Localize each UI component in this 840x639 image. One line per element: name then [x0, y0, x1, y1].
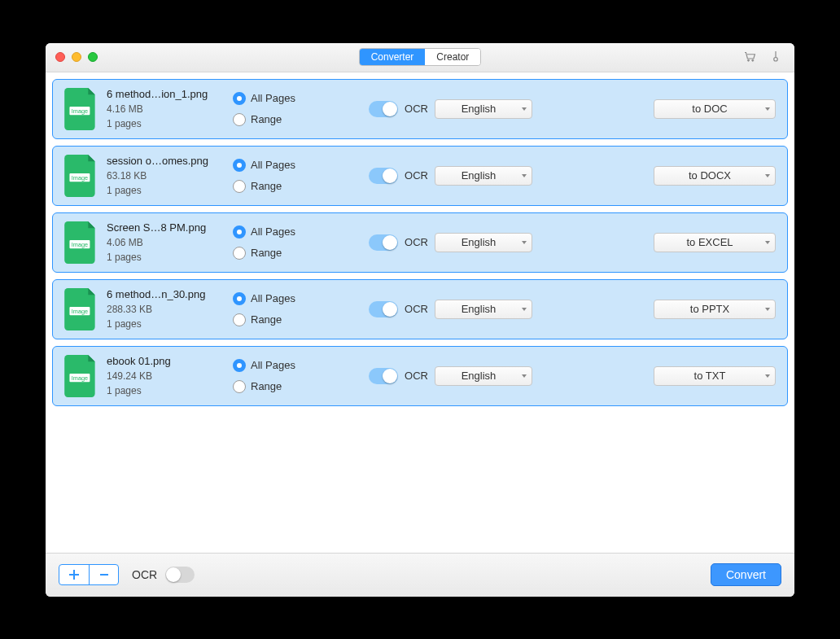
radio-label: Range	[251, 380, 282, 392]
format-dropdown[interactable]: to TXT	[654, 366, 776, 386]
thermometer-icon[interactable]	[768, 49, 783, 66]
format-dropdown[interactable]: to DOCX	[654, 166, 776, 186]
file-name: session o…omes.png	[107, 155, 233, 167]
file-size: 288.33 KB	[107, 304, 233, 315]
language-dropdown[interactable]: English	[435, 233, 532, 252]
language-column: English	[435, 166, 532, 186]
dropdown-value: to DOCX	[689, 169, 731, 182]
output-format-column: to EXCEL	[654, 233, 776, 252]
radio-label: Range	[251, 113, 282, 125]
dropdown-value: English	[462, 303, 497, 315]
radio-all-pages[interactable]: All Pages	[233, 359, 339, 372]
chevron-down-icon	[522, 308, 527, 311]
toggle-knob	[383, 169, 397, 183]
output-format-column: to TXT	[654, 366, 776, 386]
radio-all-pages[interactable]: All Pages	[233, 225, 339, 239]
toggle-knob	[383, 369, 397, 383]
ocr-label: OCR	[405, 370, 428, 382]
convert-button[interactable]: Convert	[711, 563, 781, 586]
radio-on-icon	[233, 225, 246, 239]
output-format-column: to DOC	[654, 99, 776, 119]
remove-file-button[interactable]	[89, 565, 118, 584]
file-row[interactable]: Image session o…omes.png 63.18 KB 1 page…	[52, 146, 788, 206]
page-selection: All Pages Range	[233, 159, 339, 193]
radio-range[interactable]: Range	[233, 113, 339, 126]
svg-text:Image: Image	[72, 308, 88, 315]
chevron-down-icon	[522, 241, 527, 244]
radio-on-icon	[233, 359, 246, 372]
tab-converter[interactable]: Converter	[360, 49, 426, 65]
language-column: English	[435, 366, 532, 386]
file-pages: 1 pages	[107, 252, 233, 263]
radio-label: Range	[251, 313, 282, 326]
radio-all-pages[interactable]: All Pages	[233, 292, 339, 305]
output-format-column: to DOCX	[654, 166, 776, 186]
format-dropdown[interactable]: to EXCEL	[654, 233, 776, 252]
language-dropdown[interactable]: English	[435, 99, 532, 119]
radio-off-icon	[233, 313, 246, 326]
image-file-icon: Image	[64, 221, 98, 264]
radio-range[interactable]: Range	[233, 380, 339, 393]
language-dropdown[interactable]: English	[435, 166, 532, 186]
file-info: 6 method…n_30.png 288.33 KB 1 pages	[107, 288, 233, 330]
language-dropdown[interactable]: English	[435, 366, 532, 386]
ocr-toggle[interactable]	[369, 168, 398, 184]
language-dropdown[interactable]: English	[435, 300, 532, 319]
ocr-label: OCR	[405, 103, 428, 115]
file-row[interactable]: Image Screen S…8 PM.png 4.06 MB 1 pages …	[52, 212, 788, 273]
dropdown-value: to TXT	[694, 370, 726, 382]
file-info: 6 method…ion_1.png 4.16 MB 1 pages	[107, 88, 233, 129]
file-row[interactable]: Image 6 method…ion_1.png 4.16 MB 1 pages…	[52, 79, 788, 139]
file-pages: 1 pages	[107, 185, 233, 196]
radio-all-pages[interactable]: All Pages	[233, 92, 339, 105]
file-name: Screen S…8 PM.png	[107, 221, 233, 234]
file-pages: 1 pages	[107, 318, 233, 330]
zoom-window-icon[interactable]	[88, 52, 98, 62]
chevron-down-icon	[765, 174, 770, 177]
radio-on-icon	[233, 159, 246, 172]
dropdown-value: English	[462, 370, 497, 382]
radio-label: All Pages	[251, 359, 295, 371]
radio-range[interactable]: Range	[233, 180, 339, 193]
file-size: 149.24 KB	[107, 370, 233, 382]
toggle-knob	[383, 302, 397, 317]
close-window-icon[interactable]	[55, 52, 65, 62]
radio-range[interactable]: Range	[233, 313, 339, 326]
image-file-icon: Image	[64, 355, 98, 397]
file-info: session o…omes.png 63.18 KB 1 pages	[107, 155, 233, 196]
chevron-down-icon	[522, 107, 527, 111]
file-size: 4.06 MB	[107, 237, 233, 248]
minimize-window-icon[interactable]	[72, 52, 81, 62]
file-size: 63.18 KB	[107, 170, 233, 182]
ocr-column: OCR	[339, 234, 428, 251]
global-ocr-toggle[interactable]	[165, 567, 195, 583]
chevron-down-icon	[522, 174, 527, 177]
page-selection: All Pages Range	[233, 359, 339, 393]
dropdown-value: English	[462, 103, 497, 115]
file-pages: 1 pages	[107, 385, 233, 396]
tab-creator[interactable]: Creator	[425, 49, 480, 65]
ocr-toggle[interactable]	[369, 368, 398, 384]
format-dropdown[interactable]: to DOC	[654, 99, 776, 119]
add-file-button[interactable]	[59, 565, 89, 584]
file-row[interactable]: Image 6 method…n_30.png 288.33 KB 1 page…	[52, 279, 788, 339]
ocr-toggle[interactable]	[369, 101, 398, 117]
radio-label: All Pages	[251, 159, 295, 171]
radio-off-icon	[233, 113, 246, 126]
file-info: Screen S…8 PM.png 4.06 MB 1 pages	[107, 221, 233, 263]
cart-icon[interactable]	[742, 49, 757, 66]
chevron-down-icon	[765, 308, 770, 311]
file-pages: 1 pages	[107, 118, 233, 129]
ocr-toggle[interactable]	[369, 234, 398, 251]
radio-off-icon	[233, 180, 246, 193]
language-column: English	[435, 300, 532, 319]
file-row[interactable]: Image ebook 01.png 149.24 KB 1 pages All…	[52, 346, 788, 406]
format-dropdown[interactable]: to PPTX	[654, 300, 776, 319]
ocr-toggle[interactable]	[369, 301, 398, 317]
radio-label: Range	[251, 180, 282, 192]
radio-range[interactable]: Range	[233, 247, 339, 260]
dropdown-value: English	[462, 236, 497, 248]
radio-all-pages[interactable]: All Pages	[233, 159, 339, 172]
svg-point-1	[752, 59, 754, 61]
svg-text:Image: Image	[72, 107, 88, 115]
